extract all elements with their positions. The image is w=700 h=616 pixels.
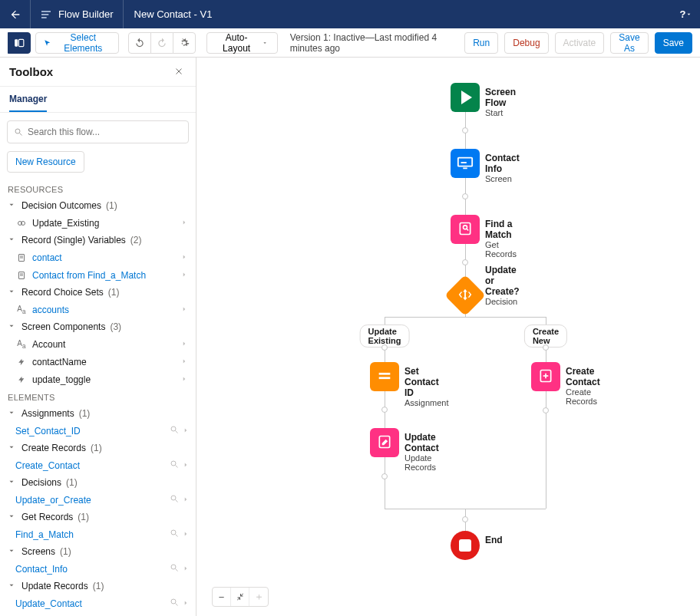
svg-line-17 xyxy=(176,500,178,502)
chevron-down-icon xyxy=(6,477,17,488)
chevron-down-icon xyxy=(6,321,17,332)
tree-item[interactable]: Update_Contact xyxy=(0,595,196,612)
tree-group[interactable]: Screen Components (3) xyxy=(0,318,196,335)
item-label: Account xyxy=(32,339,174,350)
search-input-wrap[interactable] xyxy=(7,120,189,143)
activate-button[interactable]: Activate xyxy=(555,32,605,54)
debug-button[interactable]: Debug xyxy=(504,32,548,54)
item-label: update_toggle xyxy=(32,374,174,385)
tree-group[interactable]: Create Records (1) xyxy=(0,440,196,456)
group-label: Assignments xyxy=(21,408,74,419)
chevron-down-icon xyxy=(6,408,17,419)
svg-rect-0 xyxy=(15,39,18,46)
toolbox-title: Toolbox xyxy=(9,65,53,78)
close-toolbox-button[interactable] xyxy=(171,65,187,78)
flow-node-label: End xyxy=(485,535,503,545)
zoom-fit-button[interactable] xyxy=(231,588,249,606)
help-button[interactable]: ? xyxy=(672,0,700,28)
tree-group[interactable]: Record Choice Sets (1) xyxy=(0,284,196,301)
zoom-out-button[interactable]: − xyxy=(213,588,231,606)
screen-icon xyxy=(457,154,474,173)
flow-node-decision[interactable] xyxy=(444,275,486,316)
redo-button[interactable] xyxy=(150,32,173,54)
collapse-icon xyxy=(236,592,245,601)
tree-item[interactable]: Create_Contact xyxy=(0,456,196,474)
flow-node-label: Contact InfoScreen xyxy=(485,153,520,183)
undo-button[interactable] xyxy=(128,32,151,54)
settings-button[interactable] xyxy=(173,32,196,54)
doc-icon xyxy=(15,271,28,280)
tree-group[interactable]: Update Records (1) xyxy=(0,578,196,595)
tree-item[interactable]: AaAccount xyxy=(0,335,196,353)
save-button[interactable]: Save xyxy=(655,32,692,54)
chevron-down-icon xyxy=(6,512,17,522)
tree-item[interactable]: Contact_Info xyxy=(0,560,196,578)
tree-group[interactable]: Decision Outcomes (1) xyxy=(0,197,196,214)
flow-builder-icon xyxy=(40,8,52,21)
group-label: Decisions xyxy=(21,477,61,488)
search-icon xyxy=(14,127,23,137)
save-as-button[interactable]: Save As xyxy=(610,32,648,54)
tree-group[interactable]: Assignments (1) xyxy=(0,405,196,422)
tree-group[interactable]: Get Records (1) xyxy=(0,509,196,525)
flow-node-contact_info[interactable] xyxy=(451,149,480,178)
chevron-right-icon xyxy=(179,218,190,229)
flow-node-create_contact[interactable] xyxy=(531,362,560,391)
redo-icon xyxy=(157,38,167,48)
zoom-controls: − ＋ xyxy=(212,587,269,607)
back-button[interactable] xyxy=(0,0,31,28)
flow-node-label: Screen FlowStart xyxy=(485,87,516,117)
tree-item[interactable]: update_toggle xyxy=(0,371,196,388)
chevron-right-icon xyxy=(182,460,190,471)
svg-line-23 xyxy=(176,604,178,606)
flow-canvas[interactable]: Update ExistingCreate NewScreen FlowStar… xyxy=(196,58,700,616)
item-label: contactName xyxy=(32,357,174,367)
zoom-in-button[interactable]: ＋ xyxy=(249,588,268,606)
lightning-icon xyxy=(15,357,28,367)
search-input[interactable] xyxy=(28,127,182,137)
doc-icon xyxy=(15,253,28,262)
chevron-down-icon xyxy=(6,200,17,211)
svg-point-22 xyxy=(171,599,176,604)
group-label: Screen Components xyxy=(21,321,105,332)
chevron-right-icon xyxy=(179,270,190,281)
tree-item[interactable]: Find_a_Match xyxy=(0,525,196,543)
select-elements-button[interactable]: Select Elements xyxy=(35,32,119,54)
tree-group[interactable]: Decisions (1) xyxy=(0,474,196,491)
svg-point-12 xyxy=(171,427,176,431)
item-label: Find_a_Match xyxy=(15,529,165,540)
svg-line-3 xyxy=(20,133,22,136)
decision-icon xyxy=(457,287,474,304)
tree-item[interactable]: Update_or_Create xyxy=(0,491,196,509)
item-label: accounts xyxy=(32,305,174,315)
tree-item[interactable]: Aaaccounts xyxy=(0,301,196,318)
layout-mode-select[interactable]: Auto-Layout xyxy=(206,32,278,54)
flow-node-end[interactable] xyxy=(451,531,480,560)
plus-icon: ＋ xyxy=(254,590,264,604)
chevron-right-icon xyxy=(179,339,190,350)
tree-group[interactable]: Record (Single) Variables (2) xyxy=(0,232,196,249)
caret-down-icon xyxy=(685,11,692,18)
chevron-right-icon xyxy=(179,305,190,315)
toolbox-toggle-button[interactable] xyxy=(8,32,31,54)
svg-point-14 xyxy=(171,461,176,466)
tree-item[interactable]: contactName xyxy=(0,353,196,371)
item-label: Update_Existing xyxy=(32,218,174,229)
tree-item[interactable]: Set_Contact_ID xyxy=(0,422,196,440)
run-button[interactable]: Run xyxy=(464,32,498,54)
tree-item[interactable]: contact xyxy=(0,249,196,266)
flow-node-find_match[interactable] xyxy=(451,215,480,244)
tree-group[interactable]: Screens (1) xyxy=(0,543,196,560)
tree-item[interactable]: Update_Existing xyxy=(0,214,196,232)
flow-node-start[interactable] xyxy=(451,83,480,112)
tree-item[interactable]: Contact from Find_a_Match xyxy=(0,266,196,284)
chevron-down-icon xyxy=(6,546,17,557)
chevron-right-icon xyxy=(182,598,190,609)
new-resource-button[interactable]: New Resource xyxy=(7,151,84,173)
minus-icon: − xyxy=(219,591,225,603)
tab-manager[interactable]: Manager xyxy=(9,94,47,112)
update-records-icon xyxy=(377,434,392,452)
svg-line-19 xyxy=(176,535,178,537)
flow-node-set_contact_id[interactable] xyxy=(370,362,399,391)
flow-node-update_contact[interactable] xyxy=(370,428,399,457)
